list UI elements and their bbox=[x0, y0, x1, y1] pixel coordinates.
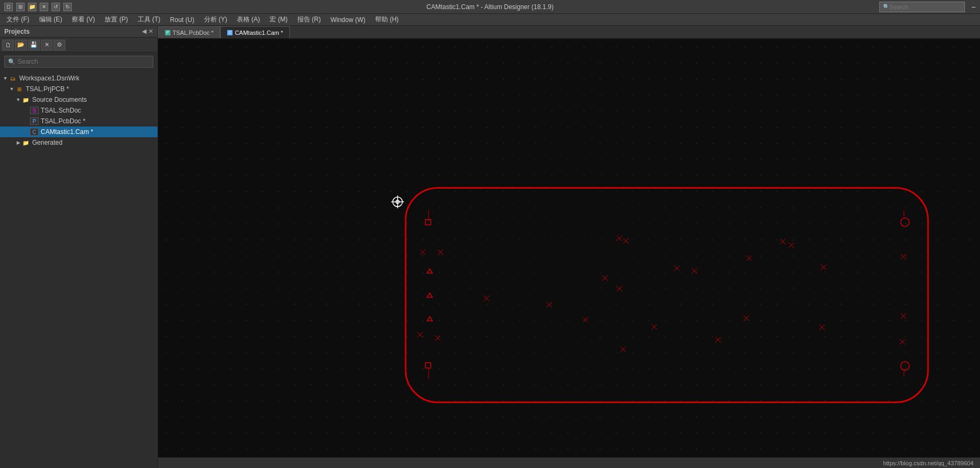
status-url: https://blog.csdn.net/qq_43789604 bbox=[883, 460, 974, 466]
tab-pcbdoc-label: TSAL.PcbDoc * bbox=[173, 29, 213, 36]
statusbar: https://blog.csdn.net/qq_43789604 bbox=[158, 457, 980, 468]
sidebar-menu-button[interactable]: ✕ bbox=[148, 28, 153, 35]
project-icon: ⊞ bbox=[15, 85, 24, 93]
workspace-icon: 🗂 bbox=[9, 75, 17, 82]
project-label: TSAL.PrjPCB * bbox=[26, 85, 69, 93]
project-search-input[interactable] bbox=[18, 58, 149, 65]
icon-open[interactable]: 📁 bbox=[28, 3, 36, 11]
tab-bar: P TSAL.PcbDoc * C CAMtastic1.Cam * bbox=[158, 26, 980, 39]
schdoc-label: TSAL.SchDoc bbox=[41, 107, 81, 114]
new-project-button[interactable]: 🗋 bbox=[2, 40, 14, 50]
pcb-icon: P bbox=[30, 117, 39, 125]
pcb-canvas bbox=[158, 39, 980, 468]
tree-workspace[interactable]: ▼ 🗂 Workspace1.DsnWrk bbox=[0, 73, 158, 84]
menu-table[interactable]: 表格 (A) bbox=[233, 14, 264, 25]
tab-cam[interactable]: C CAMtastic1.Cam * bbox=[220, 26, 290, 38]
menu-analyze[interactable]: 分析 (Y) bbox=[200, 14, 231, 25]
titlebar-search-input[interactable] bbox=[889, 4, 954, 10]
workspace-arrow: ▼ bbox=[2, 76, 9, 81]
menu-window[interactable]: Window (W) bbox=[326, 15, 370, 25]
sidebar-toolbar: 🗋 📂 💾 ✕ ⚙ bbox=[0, 38, 158, 53]
menu-view[interactable]: 察看 (V) bbox=[68, 14, 99, 25]
source-docs-arrow: ▼ bbox=[15, 97, 21, 102]
open-project-button[interactable]: 📂 bbox=[15, 40, 27, 50]
tab-pcb-icon: P bbox=[165, 30, 170, 35]
menu-help[interactable]: 帮助 (H) bbox=[371, 14, 403, 25]
menu-file[interactable]: 文件 (F) bbox=[2, 14, 34, 25]
search-icon: 🔍 bbox=[8, 58, 16, 65]
minimize-button[interactable]: − bbox=[971, 3, 976, 11]
sidebar-controls: ◀ ✕ bbox=[142, 28, 153, 35]
menu-macro[interactable]: 宏 (M) bbox=[265, 14, 291, 25]
sidebar-title: Projects bbox=[4, 28, 29, 35]
icon-save-all[interactable]: ⊞ bbox=[16, 3, 25, 11]
tab-cam-label: CAMtastic1.Cam * bbox=[235, 29, 283, 36]
titlebar-search[interactable]: 🔍 bbox=[879, 2, 965, 12]
icon-undo[interactable]: ↺ bbox=[51, 3, 60, 11]
icon-new[interactable]: 🗋 bbox=[4, 3, 13, 11]
menu-edit[interactable]: 编辑 (E) bbox=[35, 14, 66, 25]
tab-pcbdoc[interactable]: P TSAL.PcbDoc * bbox=[158, 26, 220, 38]
svg-rect-2 bbox=[158, 39, 980, 468]
tree-file-cam[interactable]: C CAMtastic1.Cam * bbox=[0, 127, 158, 137]
project-arrow: ▼ bbox=[9, 86, 15, 92]
source-docs-label: Source Documents bbox=[32, 96, 87, 103]
icon-redo[interactable]: ↻ bbox=[63, 3, 72, 11]
sidebar-panel: Projects ◀ ✕ 🗋 📂 💾 ✕ ⚙ 🔍 ▼ 🗂 Workspace1.… bbox=[0, 26, 158, 468]
settings-button[interactable]: ⚙ bbox=[54, 40, 65, 50]
generated-label: Generated bbox=[32, 139, 63, 146]
pcbdoc-label: TSAL.PcbDoc * bbox=[41, 117, 85, 125]
titlebar: 🗋 ⊞ 📁 ✕ ↺ ↻ CAMtastic1.Cam * - Altium De… bbox=[0, 0, 980, 14]
menu-route[interactable]: Rout (U) bbox=[166, 15, 198, 25]
workspace-label: Workspace1.DsnWrk bbox=[19, 75, 79, 82]
window-toolbar: 🗋 ⊞ 📁 ✕ ↺ ↻ bbox=[4, 3, 72, 11]
window-title: CAMtastic1.Cam * - Altium Designer (18.1… bbox=[427, 3, 553, 11]
canvas-area[interactable] bbox=[158, 39, 980, 468]
tree-project[interactable]: ▼ ⊞ TSAL.PrjPCB * bbox=[0, 84, 158, 94]
menu-place[interactable]: 放置 (P) bbox=[100, 14, 132, 25]
tree-file-pcbdoc[interactable]: P TSAL.PcbDoc * bbox=[0, 116, 158, 127]
icon-close[interactable]: ✕ bbox=[40, 3, 48, 11]
tree-file-schdoc[interactable]: S TSAL.SchDoc bbox=[0, 105, 158, 116]
folder-icon: 📁 bbox=[21, 96, 30, 103]
generated-arrow: ▶ bbox=[15, 140, 21, 145]
project-tree: ▼ 🗂 Workspace1.DsnWrk ▼ ⊞ TSAL.PrjPCB * … bbox=[0, 71, 158, 468]
menu-report[interactable]: 报告 (R) bbox=[293, 14, 325, 25]
search-icon: 🔍 bbox=[883, 4, 889, 10]
tree-source-docs[interactable]: ▼ 📁 Source Documents bbox=[0, 94, 158, 105]
sch-icon: S bbox=[30, 107, 39, 114]
sidebar-header: Projects ◀ ✕ bbox=[0, 26, 158, 38]
project-search-box[interactable]: 🔍 bbox=[4, 56, 153, 68]
sidebar-pin-button[interactable]: ◀ bbox=[142, 28, 146, 35]
generated-folder-icon: 📁 bbox=[21, 139, 30, 146]
tree-generated[interactable]: ▶ 📁 Generated bbox=[0, 137, 158, 148]
cam-icon: C bbox=[30, 128, 39, 136]
close-project-button[interactable]: ✕ bbox=[41, 40, 53, 50]
menubar: 文件 (F) 编辑 (E) 察看 (V) 放置 (P) 工具 (T) Rout … bbox=[0, 14, 980, 26]
menu-tools[interactable]: 工具 (T) bbox=[133, 14, 165, 25]
cam-label: CAMtastic1.Cam * bbox=[41, 128, 93, 136]
save-button[interactable]: 💾 bbox=[28, 40, 40, 50]
tab-cam-icon: C bbox=[227, 30, 233, 35]
